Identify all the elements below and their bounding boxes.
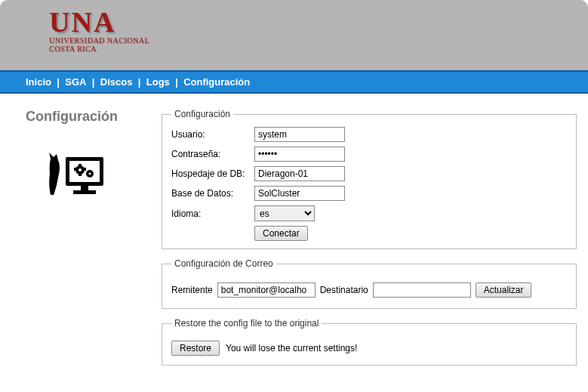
nav-separator: | [138,76,141,88]
svg-point-5 [89,173,91,175]
dbname-input[interactable] [254,186,345,201]
monitor-cat-icon [45,144,162,206]
language-label: Idioma: [171,208,254,219]
svg-point-3 [79,168,82,171]
svg-rect-7 [73,190,96,194]
recipient-label: Destinatario [320,285,368,295]
svg-rect-1 [69,161,100,182]
restore-legend: Restore the config file to the original [171,318,322,329]
nav-separator: | [57,76,60,88]
password-input[interactable] [254,147,345,162]
dbname-label: Base de Datos: [171,188,254,199]
restore-warning: You will lose the current settings! [226,343,357,353]
nav-discos[interactable]: Discos [100,76,133,88]
nav-separator: | [175,76,178,88]
sender-input[interactable] [217,282,316,298]
restore-fieldset: Restore the config file to the original … [162,318,577,366]
nav-logs[interactable]: Logs [146,76,170,88]
sidebar: Configuración [26,109,162,375]
svg-rect-6 [81,186,88,190]
recipient-input[interactable] [373,282,471,298]
header: UNA UNIVERSIDAD NACIONAL COSTA RICA [0,0,588,70]
page-title: Configuración [26,109,162,125]
connect-button[interactable]: Conectar [254,226,308,241]
user-input[interactable] [254,127,345,142]
logo: UNA UNIVERSIDAD NACIONAL COSTA RICA [49,8,149,53]
nav-separator: | [92,76,95,88]
password-label: Contraseña: [171,149,254,159]
user-label: Usuario: [171,129,254,140]
logo-sub-text-2: COSTA RICA [49,45,149,53]
mail-fieldset: Configuración de Correo Remitente Destin… [162,258,577,309]
dbhost-label: Hospedaje de DB: [171,168,254,179]
navbar: Inicio | SGA | Discos | Logs | Configura… [0,70,588,94]
language-select[interactable]: es [254,205,315,221]
nav-sga[interactable]: SGA [65,76,86,88]
mail-legend: Configuración de Correo [171,258,276,269]
update-button[interactable]: Actualizar [476,282,532,298]
logo-sub-text: UNIVERSIDAD NACIONAL [49,36,149,45]
nav-inicio[interactable]: Inicio [26,76,51,88]
logo-main-text: UNA [49,8,149,36]
main: Configuración Usuario: Contraseña: Hospe… [162,109,577,375]
nav-configuracion[interactable]: Configuración [183,76,250,88]
dbhost-input[interactable] [254,166,345,181]
content: Configuración [0,94,588,392]
config-fieldset: Configuración Usuario: Contraseña: Hospe… [162,109,577,249]
restore-button[interactable]: Restore [171,341,220,356]
sender-label: Remitente [171,285,213,295]
config-legend: Configuración [171,109,233,119]
